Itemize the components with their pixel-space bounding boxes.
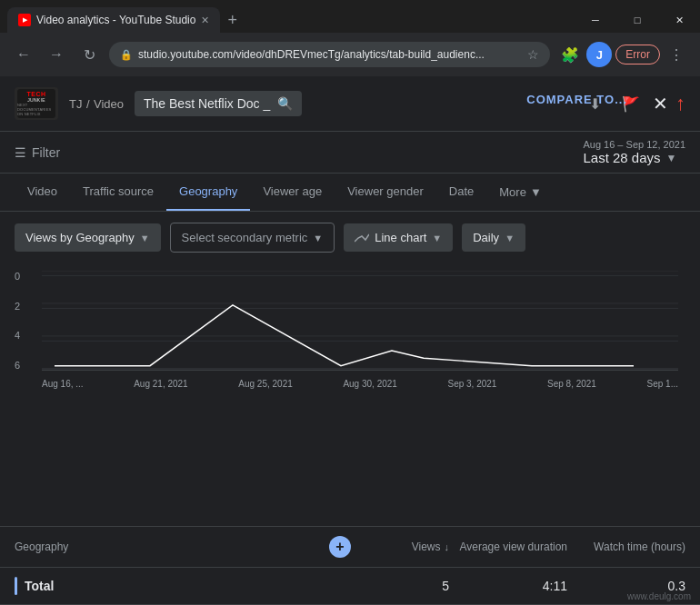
table-row: Total 5 4:11 0.3	[0, 568, 700, 605]
x-label-2: Aug 25, 2021	[238, 379, 293, 389]
metric-label: Views by Geography	[25, 231, 135, 244]
date-dropdown-arrow: ▼	[666, 152, 677, 164]
y-label-4: 4	[15, 330, 36, 341]
video-title: The Best Netflix Doc _	[144, 96, 270, 111]
secondary-metric-arrow: ▼	[313, 233, 323, 243]
profile-btn[interactable]: J	[586, 42, 612, 67]
video-title-bar: The Best Netflix Doc _ 🔍	[135, 91, 302, 116]
tab-traffic-source[interactable]: Traffic source	[70, 174, 166, 211]
channel-logo: TECH JUNKIE NEXT DOCUMENTARIES ON NETFLI…	[15, 87, 58, 120]
red-arrow-indicator: ↑	[675, 92, 685, 115]
logo-image: TECH JUNKIE NEXT DOCUMENTARIES ON NETFLI…	[17, 89, 55, 118]
y-label-6: 6	[15, 360, 36, 371]
more-label: More	[499, 185, 526, 199]
x-label-6: Sep 1...	[647, 379, 678, 389]
x-label-1: Aug 21, 2021	[134, 379, 188, 389]
cell-geo: Total	[15, 577, 322, 595]
line-chart-icon	[355, 233, 369, 243]
breadcrumb-section: Video	[94, 97, 124, 111]
tab-viewer-gender[interactable]: Viewer gender	[335, 174, 436, 211]
extensions-btn[interactable]: 🧩	[557, 42, 583, 67]
secondary-metric-selector[interactable]: Select secondary metric ▼	[170, 223, 335, 253]
x-label-3: Aug 30, 2021	[343, 379, 397, 389]
y-label-0: 0	[15, 271, 36, 282]
tab-close-btn[interactable]: ✕	[201, 15, 209, 26]
forward-btn[interactable]: →	[44, 42, 69, 67]
tab-viewer-age[interactable]: Viewer age	[250, 174, 335, 211]
period-selector[interactable]: Daily ▼	[462, 223, 525, 252]
date-range-picker[interactable]: Aug 16 – Sep 12, 2021 Last 28 days ▼	[583, 139, 685, 165]
col-header-geo: Geography	[15, 541, 322, 553]
active-tab: Video analytics - YouTube Studio ✕	[7, 7, 220, 33]
controls-row: Views by Geography ▼ Select secondary me…	[0, 212, 700, 263]
chart-container: 6 4 2 0	[15, 271, 685, 389]
lock-icon: 🔒	[120, 49, 133, 61]
tab-bar: Video analytics - YouTube Studio ✕ + ─ □…	[0, 0, 700, 33]
compare-to-btn[interactable]: COMPARE TO...	[526, 93, 627, 106]
geo-value: Total	[25, 579, 54, 593]
page-header: TECH JUNKIE NEXT DOCUMENTARIES ON NETFLI…	[0, 76, 700, 132]
filter-icon: ☰	[15, 145, 26, 160]
url-text: studio.youtube.com/video/dhDREVmecTg/ana…	[138, 48, 522, 61]
tab-favicon	[18, 14, 31, 26]
menu-btn[interactable]: ⋮	[664, 42, 689, 67]
row-indicator	[15, 577, 17, 595]
logo-subtext: NEXT DOCUMENTARIES ON NETFLIX	[17, 103, 55, 116]
video-search-btn[interactable]: 🔍	[277, 96, 293, 111]
col-add-btn-area: +	[322, 536, 358, 558]
col-header-watch: Watch time (hours)	[567, 541, 685, 553]
new-tab-btn[interactable]: +	[220, 11, 245, 30]
tabs-bar: Video Traffic source Geography Viewer ag…	[0, 174, 700, 212]
chart-type-selector[interactable]: Line chart ▼	[344, 223, 453, 252]
yt-studio: TECH JUNKIE NEXT DOCUMENTARIES ON NETFLI…	[0, 76, 700, 605]
address-bar: ← → ↻ 🔒 studio.youtube.com/video/dhDREVm…	[0, 33, 700, 76]
tab-video[interactable]: Video	[15, 174, 70, 211]
x-label-0: Aug 16, ...	[42, 379, 84, 389]
back-btn[interactable]: ←	[11, 42, 36, 67]
chart-type-label: Line chart	[375, 231, 426, 244]
y-label-2: 2	[15, 301, 36, 312]
add-column-btn[interactable]: +	[329, 536, 351, 558]
x-label-4: Sep 3, 2021	[447, 379, 496, 389]
date-range-text: Aug 16 – Sep 12, 2021	[583, 139, 685, 150]
tab-geography[interactable]: Geography	[166, 174, 250, 211]
tab-title: Video analytics - YouTube Studio	[36, 14, 195, 26]
x-axis: Aug 16, ... Aug 21, 2021 Aug 25, 2021 Au…	[42, 379, 678, 389]
more-chevron-icon: ▼	[530, 185, 542, 199]
minimize-btn[interactable]: ─	[575, 4, 616, 36]
tab-more-btn[interactable]: More ▼	[486, 174, 555, 210]
cell-views: 5	[358, 579, 449, 593]
breadcrumb-sep: /	[86, 97, 90, 111]
cell-avg: 4:11	[449, 579, 567, 593]
views-label: Views	[412, 541, 441, 553]
breadcrumb: TJ / Video	[69, 95, 124, 112]
col-header-views: Views ↓	[358, 541, 449, 553]
chart-svg	[42, 271, 678, 370]
logo-tech: TECH	[26, 91, 45, 97]
window-close-btn[interactable]: ✕	[658, 4, 700, 36]
y-axis: 6 4 2 0	[15, 271, 36, 371]
chart-plot	[42, 271, 678, 371]
tab-date[interactable]: Date	[436, 174, 486, 211]
bookmark-icon: ☆	[527, 47, 539, 62]
maximize-btn[interactable]: □	[616, 4, 658, 36]
secondary-metric-label: Select secondary metric	[182, 231, 308, 244]
error-btn[interactable]: Error	[615, 45, 660, 64]
close-panel-btn[interactable]: ✕	[653, 93, 668, 114]
data-table: Geography + Views ↓ Average view duratio…	[0, 526, 700, 605]
date-preset-selector[interactable]: Last 28 days ▼	[583, 150, 685, 165]
period-arrow: ▼	[505, 233, 515, 243]
browser-chrome: Video analytics - YouTube Studio ✕ + ─ □…	[0, 0, 700, 76]
period-label: Daily	[473, 231, 499, 244]
chart-type-arrow: ▼	[432, 233, 442, 243]
url-bar[interactable]: 🔒 studio.youtube.com/video/dhDREVmecTg/a…	[109, 42, 550, 67]
breadcrumb-user[interactable]: TJ	[69, 97, 82, 111]
watermark: www.deulg.com	[627, 591, 691, 601]
date-preset-label: Last 28 days	[583, 150, 660, 165]
filter-btn[interactable]: ☰ Filter	[15, 145, 60, 160]
window-controls: ─ □ ✕	[575, 4, 700, 36]
metric-selector[interactable]: Views by Geography ▼	[15, 223, 161, 252]
metric-dropdown-arrow: ▼	[140, 233, 150, 243]
browser-actions: 🧩 J Error ⋮	[557, 42, 689, 67]
reload-btn[interactable]: ↻	[76, 42, 102, 67]
